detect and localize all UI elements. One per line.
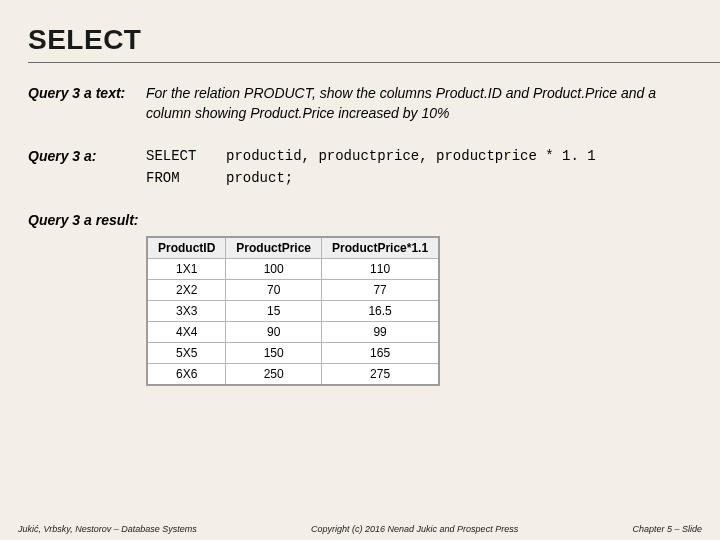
footer-left: Jukić, Vrbsky, Nestorov – Database Syste… (18, 524, 197, 534)
query-text-row: Query 3 a text: For the relation PRODUCT… (28, 83, 692, 124)
sql-keyword-select: SELECT (146, 146, 226, 166)
table-row: 2X2 70 77 (147, 280, 439, 301)
table-row: 1X1 100 110 (147, 259, 439, 280)
cell: 70 (226, 280, 322, 301)
footer-center: Copyright (c) 2016 Nenad Jukic and Prosp… (197, 524, 633, 534)
query-sql-row: Query 3 a: SELECT productid, productpric… (28, 146, 692, 189)
title-divider (28, 62, 720, 63)
query-sql-body: SELECT productid, productprice, productp… (146, 146, 692, 189)
cell: 2X2 (147, 280, 226, 301)
footer: Jukić, Vrbsky, Nestorov – Database Syste… (0, 524, 720, 534)
sql-select-columns: productid, productprice, productprice * … (226, 146, 692, 166)
table-header-row: ProductID ProductPrice ProductPrice*1.1 (147, 237, 439, 259)
footer-right: Chapter 5 – Slide (632, 524, 702, 534)
query-result-label: Query 3 a result: (28, 210, 188, 230)
sql-keyword-from: FROM (146, 168, 226, 188)
cell: 150 (226, 343, 322, 364)
cell: 90 (226, 322, 322, 343)
cell: 5X5 (147, 343, 226, 364)
table-row: 6X6 250 275 (147, 364, 439, 386)
col-header: ProductPrice*1.1 (322, 237, 440, 259)
result-area: ProductID ProductPrice ProductPrice*1.1 … (146, 236, 692, 386)
slide: SELECT Query 3 a text: For the relation … (0, 0, 720, 540)
slide-title: SELECT (28, 24, 692, 60)
sql-block: SELECT productid, productprice, productp… (146, 146, 692, 189)
cell: 100 (226, 259, 322, 280)
query-result-row: Query 3 a result: (28, 210, 692, 230)
cell: 4X4 (147, 322, 226, 343)
cell: 275 (322, 364, 440, 386)
table-row: 3X3 15 16.5 (147, 301, 439, 322)
cell: 1X1 (147, 259, 226, 280)
query-sql-label: Query 3 a: (28, 146, 146, 189)
table-row: 4X4 90 99 (147, 322, 439, 343)
cell: 110 (322, 259, 440, 280)
cell: 6X6 (147, 364, 226, 386)
query-text-label: Query 3 a text: (28, 83, 146, 124)
cell: 165 (322, 343, 440, 364)
cell: 77 (322, 280, 440, 301)
result-table: ProductID ProductPrice ProductPrice*1.1 … (146, 236, 440, 386)
col-header: ProductID (147, 237, 226, 259)
query-text-body: For the relation PRODUCT, show the colum… (146, 83, 692, 124)
col-header: ProductPrice (226, 237, 322, 259)
sql-from-table: product; (226, 168, 692, 188)
cell: 3X3 (147, 301, 226, 322)
cell: 15 (226, 301, 322, 322)
cell: 99 (322, 322, 440, 343)
table-row: 5X5 150 165 (147, 343, 439, 364)
cell: 250 (226, 364, 322, 386)
cell: 16.5 (322, 301, 440, 322)
